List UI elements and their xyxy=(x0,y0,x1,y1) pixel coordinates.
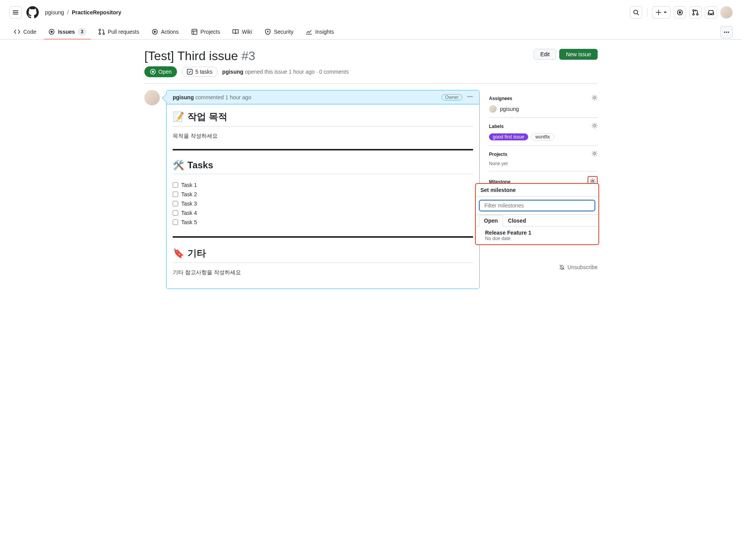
svg-point-16 xyxy=(728,31,729,33)
section-goal-heading: 📝작업 목적 xyxy=(173,111,473,126)
pull-requests-tray-button[interactable] xyxy=(689,6,702,19)
etc-paragraph: 기타 참고사항을 작성하세요 xyxy=(173,269,473,276)
section-tasks-heading: 🛠️Tasks xyxy=(173,160,473,174)
inbox-button[interactable] xyxy=(705,6,717,19)
assignees-heading: Assignees xyxy=(489,96,512,101)
unsubscribe-button[interactable]: Unsubscribe xyxy=(559,264,598,270)
issue-title-text: [Test] Third issue xyxy=(144,49,241,63)
issue-sidebar: Assignees pgisung Labels xyxy=(489,90,598,289)
edit-button[interactable]: Edit xyxy=(534,49,556,60)
tab-actions-label: Actions xyxy=(161,29,179,35)
search-button[interactable] xyxy=(630,6,642,19)
label-wontfix[interactable]: wontfix xyxy=(531,133,554,141)
tab-issues-label: Issues xyxy=(58,29,75,35)
popover-tab-closed[interactable]: Closed xyxy=(503,215,531,226)
milestone-filter-input[interactable] xyxy=(479,200,595,211)
opener-name[interactable]: pgisung xyxy=(222,69,243,75)
issue-header: [Test] Third issue #3 Open 5 tasks pgisu… xyxy=(144,49,598,77)
popover-tab-open[interactable]: Open xyxy=(479,215,503,226)
comment-box: pgisung commented 1 hour ago Owner 📝작업 목… xyxy=(166,90,480,289)
projects-gear-button[interactable] xyxy=(591,150,598,158)
tab-security[interactable]: Security xyxy=(260,26,298,39)
popover-tabs: Open Closed xyxy=(476,215,598,226)
labels-list: good first issue wontfix xyxy=(489,133,598,141)
label-good-first-issue[interactable]: good first issue xyxy=(489,133,528,140)
svg-point-10 xyxy=(103,33,104,35)
timeline-comment: pgisung commented 1 hour ago Owner 📝작업 목… xyxy=(144,90,480,289)
breadcrumb-owner[interactable]: pgisung xyxy=(45,9,64,16)
task-checkbox[interactable] xyxy=(173,192,178,197)
svg-point-25 xyxy=(594,153,596,155)
task-item: Task 3 xyxy=(173,199,473,208)
svg-point-13 xyxy=(267,31,268,32)
tab-actions[interactable]: Actions xyxy=(147,26,184,39)
play-icon xyxy=(152,29,158,35)
task-item: Task 1 xyxy=(173,180,473,190)
assignees-gear-button[interactable] xyxy=(591,95,598,102)
breadcrumb-repo[interactable]: PracticeRepository xyxy=(72,9,121,16)
section-etc-heading: 🔖기타 xyxy=(173,247,473,263)
tab-pulls-label: Pull requests xyxy=(108,29,139,35)
tab-projects[interactable]: Projects xyxy=(187,26,225,39)
create-new-button[interactable] xyxy=(652,6,671,19)
tab-projects-label: Projects xyxy=(201,29,220,35)
github-logo-icon[interactable] xyxy=(26,6,39,19)
task-label: Task 3 xyxy=(181,200,197,207)
state-badge: Open xyxy=(144,66,177,77)
issues-tray-button[interactable] xyxy=(674,6,686,19)
comment-author-avatar[interactable] xyxy=(144,90,160,105)
goal-paragraph: 목적을 작성하세요 xyxy=(173,133,473,140)
user-avatar[interactable] xyxy=(720,6,733,19)
tab-pulls[interactable]: Pull requests xyxy=(94,26,144,39)
issue-actions: Edit New issue xyxy=(534,49,598,60)
milestone-option[interactable]: Release Feature 1 No due date xyxy=(476,226,598,244)
comment-author[interactable]: pgisung xyxy=(173,94,194,100)
comment-menu-button[interactable] xyxy=(467,93,473,101)
tasklist-icon xyxy=(187,69,193,75)
unsubscribe-row: Unsubscribe xyxy=(489,261,598,273)
global-header: pgisung / PracticeRepository xyxy=(0,0,742,25)
assignee-item[interactable]: pgisung xyxy=(489,105,598,113)
code-icon xyxy=(14,29,20,35)
comment-body: 📝작업 목적 목적을 작성하세요 🛠️Tasks Task 1 Task 2 T… xyxy=(166,104,479,289)
popover-filter-wrap xyxy=(476,197,598,215)
goal-heading-text: 작업 목적 xyxy=(187,111,227,123)
git-pull-request-icon xyxy=(692,9,699,16)
tab-issues[interactable]: Issues 3 xyxy=(44,25,90,40)
repo-nav: Code Issues 3 Pull requests Actions Proj… xyxy=(0,25,742,40)
tab-code[interactable]: Code xyxy=(9,26,41,39)
breadcrumb-separator: / xyxy=(67,9,69,16)
svg-point-3 xyxy=(693,10,694,11)
gear-icon xyxy=(591,150,598,157)
state-label: Open xyxy=(158,69,172,75)
task-label: Task 5 xyxy=(181,219,197,225)
kebab-horizontal-icon xyxy=(723,29,730,35)
labels-gear-button[interactable] xyxy=(591,123,598,130)
task-item: Task 4 xyxy=(173,208,473,218)
tasks-badge[interactable]: 5 tasks xyxy=(182,67,217,77)
svg-point-2 xyxy=(679,12,681,13)
popover-title: Set milestone xyxy=(476,184,598,197)
issue-title: [Test] Third issue #3 xyxy=(144,49,534,63)
unsubscribe-label: Unsubscribe xyxy=(567,264,598,270)
issue-opened-by: pgisung opened this issue 1 hour ago · 0… xyxy=(222,69,349,75)
more-tabs-button[interactable] xyxy=(720,26,733,38)
owner-badge: Owner xyxy=(442,94,462,100)
new-issue-button[interactable]: New issue xyxy=(559,49,598,60)
tab-wiki[interactable]: Wiki xyxy=(228,26,257,39)
book-icon xyxy=(232,29,239,35)
task-checkbox[interactable] xyxy=(173,182,178,188)
task-checkbox[interactable] xyxy=(173,210,178,216)
hamburger-icon xyxy=(12,9,19,16)
task-checkbox[interactable] xyxy=(173,220,178,225)
svg-point-8 xyxy=(99,29,101,31)
svg-rect-12 xyxy=(192,29,197,35)
task-checkbox[interactable] xyxy=(173,201,178,206)
tasks-count-label: 5 tasks xyxy=(195,69,212,75)
tab-insights[interactable]: Insights xyxy=(301,26,338,39)
svg-point-15 xyxy=(726,31,727,33)
sidebar-milestone: Milestone Set milestone Open Closed xyxy=(489,171,598,278)
hamburger-button[interactable] xyxy=(9,6,22,19)
svg-point-9 xyxy=(99,33,101,35)
projects-empty: None yet xyxy=(489,161,598,166)
